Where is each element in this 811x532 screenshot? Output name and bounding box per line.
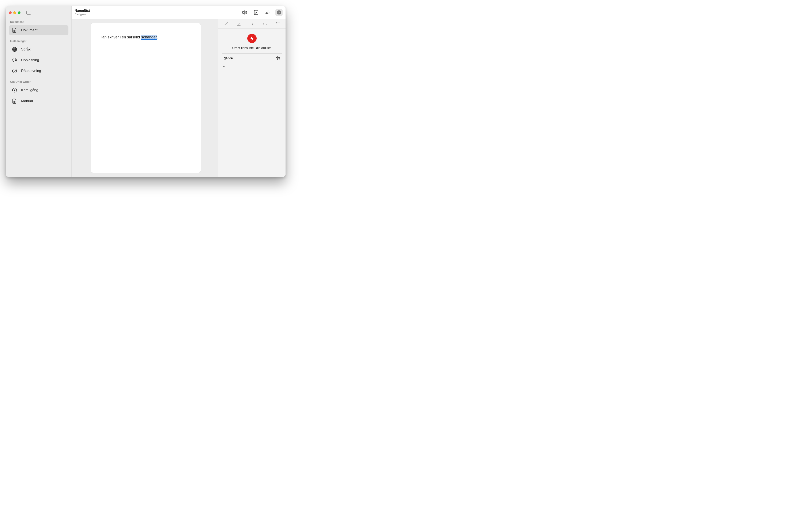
window-zoom-button[interactable] [18,11,20,14]
clean-button[interactable] [264,9,271,16]
sidebar-item-label: Språk [21,47,30,51]
svg-rect-13 [254,10,258,15]
check-badge-icon [277,10,281,15]
speaker-icon [275,56,280,60]
undo-icon [262,22,267,26]
app-window: Dokument Dokument Inställningar Språk Up… [6,6,286,177]
panel-action-bar [218,19,286,29]
arrow-right-icon [249,22,254,26]
panel-message: Ordet finns inte i din ordlista [222,46,282,50]
suggestion-word: genre [224,56,233,60]
panel-body: Ordet finns inte i din ordlista genre [218,29,286,72]
broom-icon [265,10,270,15]
editor-container: Han skriver i en särskild schanger. [72,19,218,177]
sidebar-item-label: Dokument [21,28,37,32]
window-close-button[interactable] [9,11,12,14]
speaker-icon [12,58,17,62]
traffic-lights [9,11,20,14]
dictionary-icon [254,10,259,15]
suggestion-item[interactable]: genre [222,53,282,63]
accept-button[interactable] [222,20,230,27]
list-settings-icon [275,22,280,26]
check-icon [224,22,228,26]
svg-point-9 [14,89,15,89]
titlebar: Namnlöst Redigerad [72,6,286,19]
sidebar-item-manual[interactable]: Manual [9,96,68,106]
sidebar-item-label: Manual [21,99,33,103]
editor-text: Han skriver i en särskild [100,35,141,39]
main-area: Namnlöst Redigerad [71,6,286,177]
download-icon [237,22,241,26]
document-status: Redigerad [75,13,90,16]
speak-suggestion-button[interactable] [275,56,280,60]
skip-button[interactable] [248,20,256,27]
window-controls-row [9,9,68,16]
content-row: Han skriver i en särskild schanger. [72,19,286,177]
check-circle-icon [12,68,17,74]
sidebar-item-label: Kom igång [21,88,38,92]
info-icon [12,88,17,93]
expand-suggestions-button[interactable] [222,63,282,70]
add-to-dictionary-button[interactable] [235,20,243,27]
document-icon [12,98,17,104]
document-editor[interactable]: Han skriver i en särskild schanger. [91,23,201,173]
title-text: Namnlöst Redigerad [75,9,90,16]
sidebar-item-sprak[interactable]: Språk [9,44,68,54]
sidebar-icon [26,11,31,15]
section-label-om: Om Oribi Writer [10,80,67,83]
globe-icon [12,47,17,52]
settings-list-button[interactable] [274,20,281,27]
error-badge [247,34,257,43]
undo-button[interactable] [261,20,269,27]
document-icon [12,28,17,33]
sidebar-item-dokument[interactable]: Dokument [9,25,68,35]
spelling-error-highlight[interactable]: schanger [141,35,157,40]
sidebar-item-rattstavning[interactable]: Rättstavning [9,66,68,76]
spellcheck-toggle-button[interactable] [275,9,282,16]
spellcheck-panel: Ordet finns inte i din ordlista genre [218,19,286,177]
sidebar-item-kom-igang[interactable]: Kom igång [9,85,68,95]
section-label-installningar: Inställningar [10,40,67,43]
lightning-icon [247,34,257,43]
sidebar-item-label: Uppläsning [21,58,39,62]
toggle-sidebar-button[interactable] [26,11,31,15]
window-minimize-button[interactable] [13,11,16,14]
speaker-icon [242,10,247,15]
sidebar: Dokument Dokument Inställningar Språk Up… [6,6,71,177]
document-title: Namnlöst [75,9,90,13]
svg-point-16 [276,22,277,23]
dictionary-button[interactable] [253,9,260,16]
toolbar [241,9,282,16]
section-label-dokument: Dokument [10,20,67,24]
svg-rect-0 [27,11,31,14]
chevron-down-icon [222,65,226,68]
read-aloud-button[interactable] [241,9,248,16]
sidebar-item-upplasning[interactable]: Uppläsning [9,55,68,65]
sidebar-item-label: Rättstavning [21,69,41,73]
editor-text: . [157,35,158,39]
